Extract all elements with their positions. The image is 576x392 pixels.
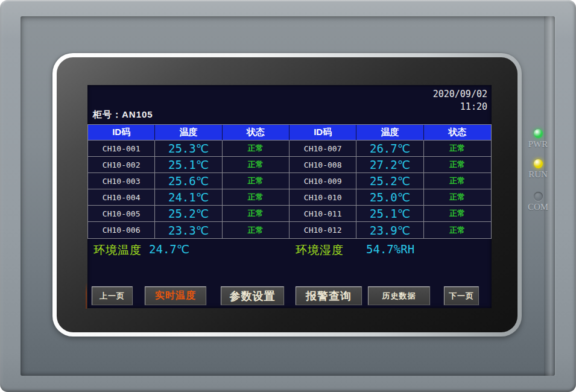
led-panel: PWRRUNCOM — [523, 129, 553, 220]
channel-status: 正常 — [424, 173, 491, 189]
channel-id: CH10-010 — [290, 189, 356, 206]
column-header: 温度 — [155, 125, 222, 141]
realtime-temp-button[interactable]: 实时温度 — [145, 286, 206, 305]
run-led — [534, 159, 543, 168]
param-settings-button[interactable]: 参数设置 — [221, 286, 284, 305]
prev-page-button[interactable]: 上一页 — [92, 286, 133, 305]
channel-status: 正常 — [223, 157, 290, 173]
channel-status: 正常 — [223, 189, 290, 206]
run-led-group: RUN — [523, 159, 553, 180]
channel-id: CH10-004 — [88, 189, 155, 206]
channel-id: CH10-012 — [290, 222, 356, 238]
alarm-query-button[interactable]: 报警查询 — [296, 286, 362, 305]
datetime-display: 2020/09/02 11:20 — [433, 88, 487, 113]
column-header: 温度 — [356, 125, 423, 141]
channel-temperature: 23.3℃ — [155, 222, 222, 238]
screen-edge-artifact — [86, 282, 87, 309]
pwr-led-label: PWR — [523, 139, 553, 150]
env-humidity-value: 54.7%RH — [366, 242, 414, 256]
history-data-button[interactable]: 历史数据 — [368, 286, 430, 305]
column-header: 状态 — [223, 125, 290, 141]
channel-temperature: 25.1℃ — [155, 157, 222, 173]
pwr-led-group: PWR — [523, 129, 553, 150]
channel-id: CH10-008 — [290, 157, 356, 173]
channel-id: CH10-007 — [290, 141, 356, 157]
env-temperature-value: 24.7℃ — [149, 242, 189, 256]
time-text: 11:20 — [433, 101, 487, 113]
next-page-button[interactable]: 下一页 — [444, 286, 479, 305]
pwr-led — [534, 129, 543, 138]
channel-temperature: 23.9℃ — [356, 222, 423, 238]
channel-temperature: 27.2℃ — [356, 157, 423, 173]
channel-temperature: 24.1℃ — [155, 189, 222, 206]
channel-temperature: 25.6℃ — [155, 173, 222, 189]
channel-temperature: 25.1℃ — [356, 206, 423, 222]
channel-table: ID码温度状态ID码温度状态CH10-00125.3℃正常CH10-00726.… — [87, 124, 492, 239]
com-led — [534, 192, 543, 201]
com-led-group: COM — [523, 192, 553, 212]
channel-status: 正常 — [424, 222, 491, 238]
channel-status: 正常 — [223, 222, 290, 238]
channel-temperature: 25.3℃ — [155, 141, 222, 157]
channel-status: 正常 — [424, 189, 491, 206]
column-header: ID码 — [290, 125, 356, 141]
run-led-label: RUN — [523, 169, 553, 180]
channel-id: CH10-009 — [290, 173, 356, 189]
hmi-device: 2020/09/02 11:20 柜号：AN105 ID码温度状态ID码温度状态… — [0, 0, 576, 392]
column-header: 状态 — [424, 125, 491, 141]
channel-id: CH10-003 — [88, 173, 155, 189]
channel-temperature: 26.7℃ — [356, 141, 423, 157]
com-led-label: COM — [523, 202, 553, 212]
channel-id: CH10-002 — [88, 157, 155, 173]
channel-status: 正常 — [424, 157, 491, 173]
channel-status: 正常 — [424, 141, 491, 157]
lcd-screen: 2020/09/02 11:20 柜号：AN105 ID码温度状态ID码温度状态… — [87, 85, 492, 308]
channel-status: 正常 — [223, 141, 290, 157]
date-text: 2020/09/02 — [433, 88, 487, 101]
column-header: ID码 — [88, 125, 155, 141]
cabinet-label: 柜号：AN105 — [93, 109, 153, 121]
channel-id: CH10-006 — [88, 222, 155, 238]
env-temperature-label: 环境温度 — [93, 242, 142, 258]
channel-status: 正常 — [223, 173, 290, 189]
channel-status: 正常 — [223, 206, 290, 222]
channel-temperature: 25.2℃ — [155, 206, 222, 222]
channel-temperature: 25.0℃ — [356, 189, 423, 206]
channel-id: CH10-005 — [88, 206, 155, 222]
channel-id: CH10-011 — [290, 206, 356, 222]
channel-temperature: 25.2℃ — [356, 173, 423, 189]
env-humidity-label: 环境湿度 — [296, 242, 344, 258]
channel-status: 正常 — [424, 206, 491, 222]
channel-id: CH10-001 — [88, 141, 155, 157]
